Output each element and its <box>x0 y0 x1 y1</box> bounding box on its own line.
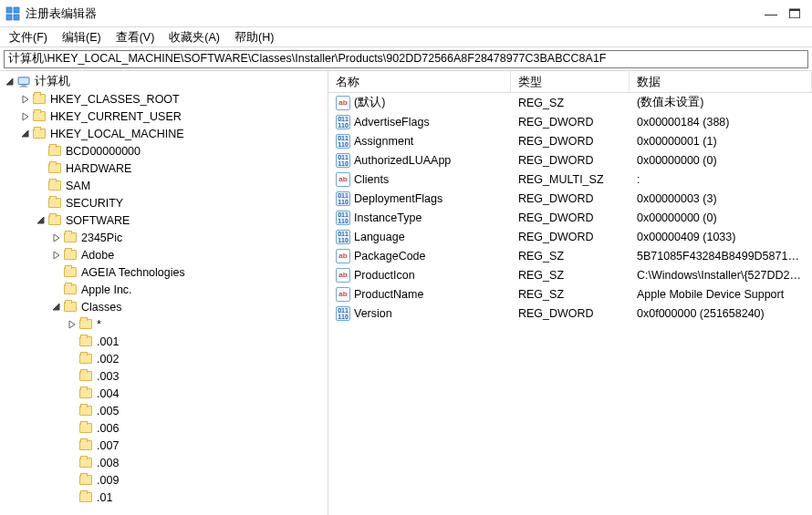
tree-item-n2_4_4_1[interactable]: .001 <box>0 333 328 350</box>
menu-favorites[interactable]: 收藏夹(A) <box>167 27 222 46</box>
tree-label: Adobe <box>81 249 114 262</box>
tree-item-n2_4_4_3[interactable]: .003 <box>0 367 328 385</box>
tree-item-n2_4_4_9[interactable]: .009 <box>0 471 328 489</box>
tree-item-n0[interactable]: HKEY_CLASSES_ROOT <box>0 90 328 108</box>
menu-view[interactable]: 查看(V) <box>114 27 157 46</box>
minimize-button[interactable]: — <box>765 0 777 27</box>
svg-rect-6 <box>20 86 28 87</box>
chevron-right-icon[interactable] <box>19 110 32 123</box>
tree-item-n2_2[interactable]: SAM <box>0 177 328 194</box>
tree-item-n2_4_1[interactable]: Adobe <box>0 246 328 263</box>
values-pane[interactable]: 名称 类型 数据 (默认)REG_SZ(数值未设置)011110Advertis… <box>328 71 812 515</box>
tree-label: .007 <box>97 439 119 452</box>
value-type: REG_DWORD <box>511 192 630 205</box>
value-data: (数值未设置) <box>630 95 812 110</box>
tree-label: HKEY_CLASSES_ROOT <box>50 93 180 106</box>
folder-icon <box>63 248 78 263</box>
tree-item-n2_1[interactable]: HARDWARE <box>0 160 328 177</box>
chevron-right-icon[interactable] <box>50 249 63 262</box>
tree-item-root[interactable]: 计算机 <box>0 73 328 90</box>
value-data: 0x00000001 (1) <box>630 135 812 148</box>
tree-label: .01 <box>97 491 112 504</box>
tree-label: 计算机 <box>35 74 70 89</box>
address-bar <box>0 47 812 71</box>
column-name-header[interactable]: 名称 <box>328 71 511 92</box>
folder-icon <box>63 300 78 314</box>
value-row[interactable]: ClientsREG_MULTI_SZ: <box>328 170 812 189</box>
tree-item-n2_4_3[interactable]: Apple Inc. <box>0 281 328 298</box>
value-data: 0x00000003 (3) <box>630 192 812 205</box>
chevron-down-icon[interactable] <box>19 128 32 140</box>
value-row[interactable]: PackageCodeREG_SZ5B71085F43284B8499D5871… <box>328 246 812 265</box>
chevron-right-icon[interactable] <box>50 232 63 244</box>
tree-item-n2_4_4_0[interactable]: * <box>0 315 328 333</box>
value-type: REG_SZ <box>511 97 630 109</box>
chevron-right-icon[interactable] <box>66 318 78 331</box>
value-data: : <box>630 173 812 186</box>
folder-icon <box>78 335 93 349</box>
tree-label: HKEY_CURRENT_USER <box>50 110 182 123</box>
menu-file[interactable]: 文件(F) <box>7 27 49 46</box>
chevron-down-icon[interactable] <box>35 214 47 227</box>
tree-label: .005 <box>97 405 119 417</box>
svg-rect-3 <box>14 15 19 20</box>
tree-item-n2_4_2[interactable]: AGEIA Technologies <box>0 263 328 281</box>
menu-help[interactable]: 帮助(H) <box>233 27 276 46</box>
value-name: Assignment <box>354 135 413 148</box>
tree-label: .002 <box>97 353 119 366</box>
value-row[interactable]: 011110VersionREG_DWORD0x0f000000 (251658… <box>328 304 812 323</box>
tree-item-n2_4_4_2[interactable]: .002 <box>0 350 328 367</box>
value-row[interactable]: 011110DeploymentFlagsREG_DWORD0x00000003… <box>328 189 812 208</box>
column-data-header[interactable]: 数据 <box>630 71 812 92</box>
address-input[interactable] <box>4 50 808 68</box>
value-name: Clients <box>354 173 389 186</box>
tree-item-n2_4_4_10[interactable]: .01 <box>0 489 328 506</box>
binary-value-icon: 011110 <box>336 191 350 206</box>
tree-pane[interactable]: 计算机HKEY_CLASSES_ROOTHKEY_CURRENT_USERHKE… <box>0 71 328 515</box>
value-name: Language <box>354 231 405 243</box>
value-row[interactable]: (默认)REG_SZ(数值未设置) <box>328 93 812 112</box>
tree-label: SECURITY <box>66 197 123 210</box>
value-row[interactable]: 011110AdvertiseFlagsREG_DWORD0x00000184 … <box>328 112 812 131</box>
folder-icon <box>78 369 93 384</box>
value-data: 0x00000000 (0) <box>630 154 812 167</box>
tree-item-n2_4_4[interactable]: Classes <box>0 298 328 315</box>
chevron-down-icon[interactable] <box>4 76 16 88</box>
tree-item-n2_4_4_4[interactable]: .004 <box>0 385 328 402</box>
tree-item-n2_4_4_7[interactable]: .007 <box>0 437 328 454</box>
value-row[interactable]: ProductNameREG_SZApple Mobile Device Sup… <box>328 284 812 304</box>
chevron-down-icon[interactable] <box>50 301 63 314</box>
svg-rect-0 <box>6 7 12 13</box>
tree-label: Classes <box>81 301 121 314</box>
svg-rect-5 <box>21 85 26 86</box>
value-type: REG_MULTI_SZ <box>511 173 630 186</box>
tree-item-n2_4_4_5[interactable]: .005 <box>0 402 328 419</box>
value-row[interactable]: 011110AuthorizedLUAAppREG_DWORD0x0000000… <box>328 150 812 170</box>
tree-item-n1[interactable]: HKEY_CURRENT_USER <box>0 108 328 125</box>
tree-item-n2_4_4_6[interactable]: .006 <box>0 419 328 437</box>
value-data: Apple Mobile Device Support <box>630 288 812 301</box>
twistie-none <box>35 145 47 158</box>
value-row[interactable]: 011110LanguageREG_DWORD0x00000409 (1033) <box>328 227 812 246</box>
twistie-none <box>50 266 63 279</box>
menu-edit[interactable]: 编辑(E) <box>60 27 103 46</box>
chevron-right-icon[interactable] <box>19 93 32 106</box>
tree-item-n2_4_0[interactable]: 2345Pic <box>0 229 328 246</box>
tree-item-n2[interactable]: HKEY_LOCAL_MACHINE <box>0 125 328 142</box>
folder-icon <box>78 386 93 401</box>
maximize-button[interactable]: 🗖 <box>788 0 801 27</box>
tree-item-n2_0[interactable]: BCD00000000 <box>0 142 328 160</box>
twistie-none <box>66 387 78 400</box>
tree-label: .009 <box>97 474 119 487</box>
twistie-none <box>66 491 78 504</box>
tree-item-n2_4_4_8[interactable]: .008 <box>0 454 328 471</box>
value-row[interactable]: ProductIconREG_SZC:\Windows\Installer\{5… <box>328 265 812 284</box>
values-list: (默认)REG_SZ(数值未设置)011110AdvertiseFlagsREG… <box>328 93 812 323</box>
tree-item-n2_3[interactable]: SECURITY <box>0 194 328 211</box>
value-row[interactable]: 011110AssignmentREG_DWORD0x00000001 (1) <box>328 131 812 150</box>
value-type: REG_SZ <box>511 288 630 301</box>
value-row[interactable]: 011110InstanceTypeREG_DWORD0x00000000 (0… <box>328 208 812 227</box>
column-type-header[interactable]: 类型 <box>511 71 630 92</box>
tree-item-n2_4[interactable]: SOFTWARE <box>0 211 328 229</box>
folder-icon <box>78 438 93 453</box>
